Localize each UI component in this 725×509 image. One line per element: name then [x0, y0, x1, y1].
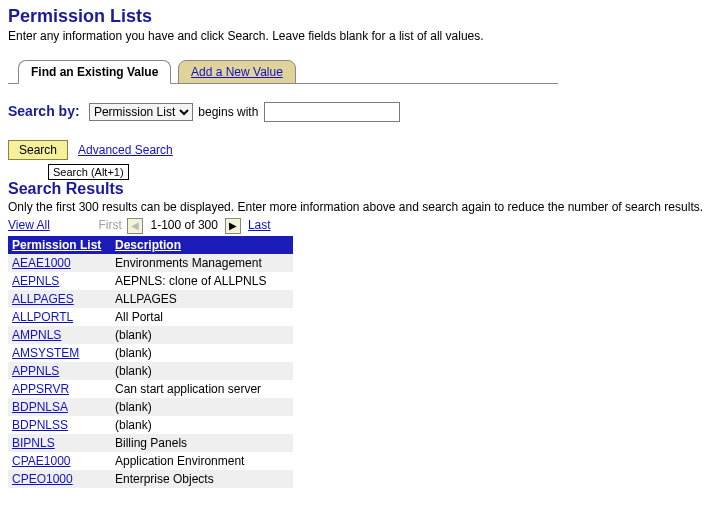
permission-list-link[interactable]: APPNLS: [12, 364, 59, 378]
col-header-permission-list[interactable]: Permission List: [8, 236, 111, 254]
table-row: ALLPAGESALLPAGES: [8, 290, 293, 308]
permission-list-link[interactable]: CPAE1000: [12, 454, 70, 468]
search-value-input[interactable]: [264, 102, 400, 122]
results-nav: View All First ◀ 1-100 of 300 ▶ Last: [8, 218, 725, 234]
table-row: BDPNLSA(blank): [8, 398, 293, 416]
description-cell: Billing Panels: [111, 434, 293, 452]
tab-row: Find an Existing Value Add a New Value: [8, 61, 558, 84]
search-button[interactable]: Search: [8, 140, 68, 160]
tab-add-new[interactable]: Add a New Value: [178, 60, 296, 84]
next-arrow-icon[interactable]: ▶: [225, 218, 241, 234]
description-cell: (blank): [111, 416, 293, 434]
table-row: AMSYSTEM(blank): [8, 344, 293, 362]
description-cell: Enterprise Objects: [111, 470, 293, 488]
results-table: Permission List Description AEAE1000Envi…: [8, 236, 293, 488]
results-title: Search Results: [8, 180, 725, 198]
range-text: 1-100 of 300: [151, 218, 218, 232]
search-tooltip: Search (Alt+1): [48, 164, 129, 180]
description-cell: Environments Management: [111, 254, 293, 272]
table-row: AEAE1000Environments Management: [8, 254, 293, 272]
instruction-text: Enter any information you have and click…: [8, 29, 725, 43]
permission-list-link[interactable]: ALLPAGES: [12, 292, 74, 306]
permission-list-link[interactable]: ALLPORTL: [12, 310, 73, 324]
search-by-row: Search by: Permission List begins with: [8, 102, 725, 122]
description-cell: All Portal: [111, 308, 293, 326]
prev-arrow-icon: ◀: [127, 218, 143, 234]
permission-list-link[interactable]: AMPNLS: [12, 328, 61, 342]
permission-list-link[interactable]: APPSRVR: [12, 382, 69, 396]
col-header-description[interactable]: Description: [111, 236, 293, 254]
description-cell: (blank): [111, 326, 293, 344]
search-by-label: Search by:: [8, 103, 80, 119]
view-all-link[interactable]: View All: [8, 218, 50, 232]
tab-find-existing[interactable]: Find an Existing Value: [18, 60, 171, 84]
description-cell: (blank): [111, 362, 293, 380]
page-title: Permission Lists: [8, 6, 725, 27]
description-cell: Can start application server: [111, 380, 293, 398]
table-row: BIPNLSBilling Panels: [8, 434, 293, 452]
description-cell: (blank): [111, 344, 293, 362]
table-row: CPEO1000Enterprise Objects: [8, 470, 293, 488]
description-cell: AEPNLS: clone of ALLPNLS: [111, 272, 293, 290]
permission-list-link[interactable]: AEAE1000: [12, 256, 71, 270]
table-row: APPSRVRCan start application server: [8, 380, 293, 398]
description-cell: ALLPAGES: [111, 290, 293, 308]
results-note: Only the first 300 results can be displa…: [8, 200, 725, 214]
first-label: First: [99, 218, 122, 232]
table-row: AMPNLS(blank): [8, 326, 293, 344]
permission-list-link[interactable]: BIPNLS: [12, 436, 55, 450]
permission-list-link[interactable]: BDPNLSS: [12, 418, 68, 432]
table-row: AEPNLSAEPNLS: clone of ALLPNLS: [8, 272, 293, 290]
search-operator-label: begins with: [198, 105, 258, 119]
table-row: CPAE1000Application Environment: [8, 452, 293, 470]
table-row: ALLPORTLAll Portal: [8, 308, 293, 326]
description-cell: (blank): [111, 398, 293, 416]
advanced-search-link[interactable]: Advanced Search: [78, 143, 173, 157]
description-cell: Application Environment: [111, 452, 293, 470]
permission-list-link[interactable]: CPEO1000: [12, 472, 73, 486]
table-row: BDPNLSS(blank): [8, 416, 293, 434]
search-field-select[interactable]: Permission List: [89, 103, 193, 121]
last-link[interactable]: Last: [248, 218, 271, 232]
table-row: APPNLS(blank): [8, 362, 293, 380]
action-row: Search Advanced Search: [8, 140, 725, 160]
permission-list-link[interactable]: AMSYSTEM: [12, 346, 79, 360]
permission-list-link[interactable]: AEPNLS: [12, 274, 59, 288]
permission-list-link[interactable]: BDPNLSA: [12, 400, 68, 414]
